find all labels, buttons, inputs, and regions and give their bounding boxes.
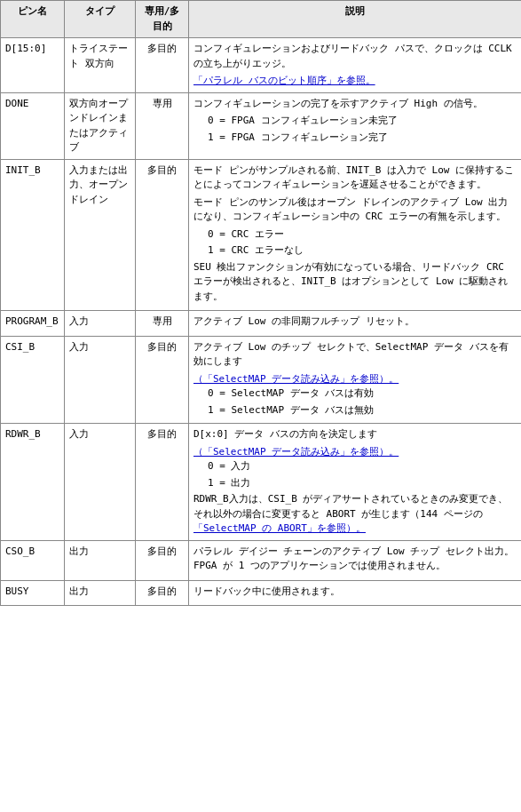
table-row: BUSY出力多目的リードバック中に使用されます。 xyxy=(1,580,522,606)
cell-type: 入力または出力、オープンドレイン xyxy=(65,159,136,311)
desc-indent: 1 = FPGA コンフィギュレーション完了 xyxy=(193,131,517,146)
cell-purpose: 多目的 xyxy=(136,424,189,541)
cell-desc: アクティブ Low の非同期フルチップ リセット。 xyxy=(189,311,522,337)
table-row: PROGRAM_B入力専用アクティブ Low の非同期フルチップ リセット。 xyxy=(1,311,522,337)
cell-pin: BUSY xyxy=(1,580,65,606)
cell-purpose: 専用 xyxy=(136,92,189,159)
cell-desc: モード ピンがサンプルされる前、INIT_B は入力で Low に保持することに… xyxy=(189,159,522,311)
table-row: D[15:0]トライステート 双方向多目的コンフィギュレーションおよびリードバッ… xyxy=(1,38,522,93)
cell-purpose: 専用 xyxy=(136,311,189,337)
cell-pin: D[15:0] xyxy=(1,38,65,93)
cell-type: 出力 xyxy=(65,540,136,580)
cell-type: 入力 xyxy=(65,311,136,337)
table-row: RDWR_B入力多目的D[x:0] データ バスの方向を決定します（「Selec… xyxy=(1,424,522,541)
desc-indent: 1 = SelectMAP データ バスは無効 xyxy=(193,403,517,418)
desc-text: モード ピンがサンプルされる前、INIT_B は入力で Low に保持することに… xyxy=(193,163,517,193)
cell-desc: パラレル デイジー チェーンのアクティブ Low チップ セレクト出力。FPGA… xyxy=(189,540,522,580)
cell-desc: コンフィギュレーションの完了を示すアクティブ High の信号。0 = FPGA… xyxy=(189,92,522,159)
desc-text: アクティブ Low の非同期フルチップ リセット。 xyxy=(193,314,517,330)
cell-pin: PROGRAM_B xyxy=(1,311,65,337)
cell-pin: CSI_B xyxy=(1,336,65,424)
desc-link[interactable]: 「SelectMAP の ABORT」を参照）。 xyxy=(193,522,366,534)
pin-table: ピン名 タイプ 専用/多目的 説明 D[15:0]トライステート 双方向多目的コ… xyxy=(0,0,521,606)
cell-type: 入力 xyxy=(65,424,136,541)
header-pin: ピン名 xyxy=(1,1,65,38)
cell-desc: アクティブ Low のチップ セレクトで、SelectMAP データ バスを有効… xyxy=(189,336,522,424)
desc-text: アクティブ Low のチップ セレクトで、SelectMAP データ バスを有効… xyxy=(193,340,517,370)
cell-type: トライステート 双方向 xyxy=(65,38,136,93)
desc-link-inline[interactable]: （「SelectMAP データ読み込み」を参照）。 xyxy=(193,373,399,385)
desc-indent: 0 = 入力 xyxy=(193,459,517,474)
cell-pin: CSO_B xyxy=(1,540,65,580)
cell-desc: コンフィギュレーションおよびリードバック パスで、クロックは CCLK の立ち上… xyxy=(189,38,522,93)
cell-purpose: 多目的 xyxy=(136,159,189,311)
header-type: タイプ xyxy=(65,1,136,38)
cell-pin: RDWR_B xyxy=(1,424,65,541)
table-row: DONE双方向オープンドレインまたはアクティブ専用コンフィギュレーションの完了を… xyxy=(1,92,522,159)
desc-text: SEU 検出ファンクションが有効になっている場合、リードバック CRC エラーが… xyxy=(193,260,517,305)
cell-type: 双方向オープンドレインまたはアクティブ xyxy=(65,92,136,159)
desc-link-inline[interactable]: （「SelectMAP データ読み込み」を参照）。 xyxy=(193,446,399,458)
cell-type: 出力 xyxy=(65,580,136,606)
desc-text: RDWR_B入力は、CSI_B がディアサートされているときのみ変更でき、それ以… xyxy=(193,493,508,520)
cell-purpose: 多目的 xyxy=(136,336,189,424)
cell-pin: INIT_B xyxy=(1,159,65,311)
cell-purpose: 多目的 xyxy=(136,540,189,580)
desc-text: コンフィギュレーションおよびリードバック パスで、クロックは CCLK の立ち上… xyxy=(193,42,517,71)
header-desc: 説明 xyxy=(189,1,522,38)
desc-text: モード ピンのサンプル後はオープン ドレインのアクティブ Low 出力になり、コ… xyxy=(193,195,517,225)
cell-purpose: 多目的 xyxy=(136,580,189,606)
cell-type: 入力 xyxy=(65,336,136,424)
table-row: INIT_B入力または出力、オープンドレイン多目的モード ピンがサンプルされる前… xyxy=(1,159,522,311)
desc-text: コンフィギュレーションの完了を示すアクティブ High の信号。 xyxy=(193,97,517,112)
desc-indent: 0 = SelectMAP データ バスは有効 xyxy=(193,386,517,402)
desc-link[interactable]: 「パラレル バスのビット順序」を参照。 xyxy=(193,75,375,86)
cell-purpose: 多目的 xyxy=(136,38,189,93)
desc-text: D[x:0] データ バスの方向を決定します xyxy=(193,427,517,442)
cell-desc: リードバック中に使用されます。 xyxy=(189,580,522,606)
table-header-row: ピン名 タイプ 専用/多目的 説明 xyxy=(1,1,522,38)
cell-pin: DONE xyxy=(1,92,65,159)
desc-text: パラレル デイジー チェーンのアクティブ Low チップ セレクト出力。FPGA… xyxy=(193,545,517,574)
header-purpose: 専用/多目的 xyxy=(136,1,189,38)
desc-indent: 0 = FPGA コンフィギュレーション未完了 xyxy=(193,114,517,129)
table-row: CSO_B出力多目的パラレル デイジー チェーンのアクティブ Low チップ セ… xyxy=(1,540,522,580)
cell-desc: D[x:0] データ バスの方向を決定します（「SelectMAP データ読み込… xyxy=(189,424,522,541)
desc-indent: 1 = 出力 xyxy=(193,476,517,491)
desc-text: リードバック中に使用されます。 xyxy=(193,585,517,600)
table-row: CSI_B入力多目的アクティブ Low のチップ セレクトで、SelectMAP… xyxy=(1,336,522,424)
desc-indent: 0 = CRC エラー xyxy=(193,227,517,243)
desc-indent: 1 = CRC エラーなし xyxy=(193,243,517,259)
